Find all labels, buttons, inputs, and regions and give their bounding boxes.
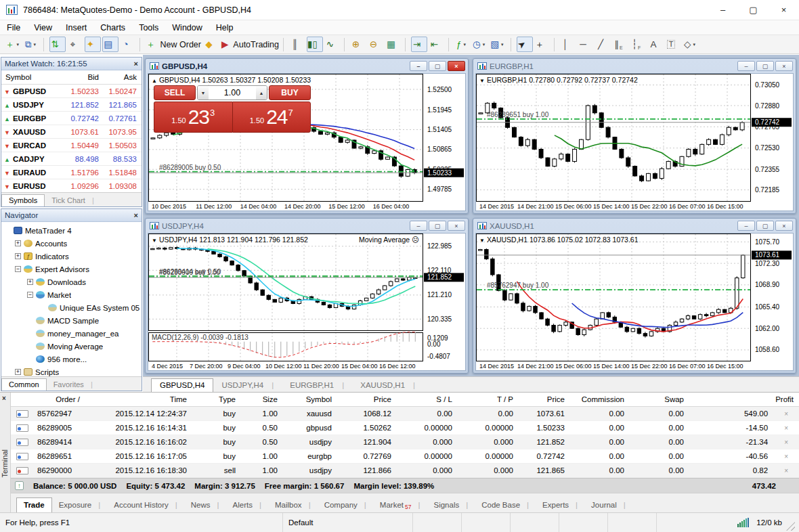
- data-window-icon[interactable]: ⌖: [67, 37, 83, 52]
- chart-info-line[interactable]: ▼USDJPY,H4 121.813 121.904 121.796 121.8…: [152, 236, 308, 244]
- buy-button[interactable]: BUY: [269, 85, 311, 100]
- orders-column-header[interactable]: Type: [192, 395, 241, 403]
- navigator-tree-item[interactable]: MACD Sample: [1, 314, 142, 327]
- periods-icon[interactable]: ◷ ▾: [472, 37, 488, 52]
- navigator-tree-item[interactable]: Moving Average: [1, 340, 142, 353]
- volume-increase-icon[interactable]: ▲: [256, 86, 267, 99]
- cursor-icon[interactable]: ➤: [517, 37, 533, 52]
- sep5[interactable]: [405, 38, 408, 51]
- orders-column-header[interactable]: Order /: [11, 395, 85, 403]
- close-order-icon[interactable]: ×: [779, 410, 794, 418]
- terminal-tab[interactable]: Experts: [536, 498, 584, 513]
- chart-minimize-button[interactable]: –: [410, 221, 427, 231]
- terminal-tab[interactable]: News: [184, 498, 226, 513]
- terminal-tab[interactable]: Trade: [16, 497, 52, 513]
- sep8[interactable]: [554, 38, 557, 51]
- new-order-icon[interactable]: ＋ New Order: [146, 37, 202, 52]
- order-row[interactable]: 86290000 2015.12.16 16:18:30 sell 1.00 u…: [11, 464, 799, 478]
- eurgbp-chart[interactable]: 0.730500.728800.727050.725300.723550.721…: [476, 74, 793, 210]
- terminal-tab[interactable]: Signals: [427, 498, 475, 513]
- terminal-tab[interactable]: Exposure: [52, 498, 108, 513]
- navigator-tree-item[interactable]: money_manager_ea: [1, 327, 142, 340]
- chart-info-line[interactable]: ▼EURGBP,H1 0.72780 0.72792 0.72737 0.727…: [479, 76, 638, 84]
- text-icon[interactable]: A: [648, 37, 664, 52]
- tree-expander-icon[interactable]: [15, 253, 21, 259]
- chart-close-button[interactable]: ×: [775, 61, 793, 71]
- chart-close-button[interactable]: ×: [775, 221, 793, 231]
- candlestick-icon[interactable]: ▮▯: [307, 37, 323, 52]
- trendline-icon[interactable]: ╱: [595, 37, 611, 52]
- menu-item[interactable]: Insert: [59, 23, 93, 32]
- navigator-tree-item[interactable]: MetaTrader 4: [1, 224, 142, 237]
- tree-expander-icon[interactable]: [15, 240, 21, 246]
- sep2[interactable]: [139, 38, 142, 51]
- metaeditor-icon[interactable]: ◆: [203, 37, 219, 52]
- market-watch-row[interactable]: EURGBP 0.72742 0.72761: [1, 112, 142, 125]
- terminal-tab[interactable]: Journal: [584, 498, 632, 513]
- line-chart-icon[interactable]: ∿: [324, 37, 341, 52]
- navigator-tree-item[interactable]: Expert Advisors: [1, 263, 142, 275]
- terminal-icon[interactable]: ▤: [102, 37, 118, 52]
- tree-expander-icon[interactable]: [27, 279, 33, 285]
- chart-info-line[interactable]: ▲GBPUSD,H4 1.50263 1.50327 1.50208 1.502…: [152, 76, 311, 84]
- market-watch-row[interactable]: EURCAD 1.50449 1.50503: [1, 139, 142, 152]
- order-row[interactable]: 86289414 2015.12.16 16:16:02 buy 0.50 us…: [11, 435, 799, 449]
- tile-windows-icon[interactable]: ▦: [385, 37, 402, 52]
- status-profile[interactable]: Default: [283, 513, 413, 532]
- navigator-tree-item[interactable]: Accounts: [1, 237, 142, 250]
- terminal-tab[interactable]: Market57: [373, 498, 427, 513]
- window-close-button[interactable]: ×: [769, 0, 799, 20]
- chart-tab[interactable]: XAUUSD,H1: [352, 379, 423, 392]
- one-click-collapse-icon[interactable]: ▲: [152, 78, 157, 84]
- terminal-tab[interactable]: Mailbox: [268, 498, 318, 513]
- close-order-icon[interactable]: ×: [779, 453, 794, 460]
- arrows-icon[interactable]: ◇ ▾: [683, 37, 699, 52]
- navigator-icon[interactable]: ✦: [85, 37, 101, 52]
- chart-close-button[interactable]: ×: [448, 221, 465, 231]
- new-chart-icon[interactable]: ＋ ▾: [5, 37, 22, 52]
- chart-shift-icon[interactable]: ⇤: [429, 37, 445, 52]
- orders-column-header[interactable]: Swap: [630, 395, 689, 403]
- orders-column-header[interactable]: Time: [85, 395, 192, 403]
- terminal-close-icon[interactable]: ×: [2, 395, 6, 402]
- navigator-tree-item[interactable]: Unique EAs System 05: [1, 301, 142, 314]
- terminal-tab[interactable]: Code Base: [475, 498, 536, 513]
- equidistant-channel-icon[interactable]: ∥ E: [613, 37, 629, 52]
- chart-tab[interactable]: USDJPY,H4: [213, 379, 282, 392]
- chart-tab[interactable]: EURGBP,H1: [282, 379, 352, 392]
- chart-info-line[interactable]: ▼XAUUSD,H1 1073.86 1075.02 1072.83 1073.…: [479, 236, 639, 244]
- sep4[interactable]: [344, 38, 347, 51]
- menu-item[interactable]: Charts: [93, 23, 132, 32]
- navigator-tree-item[interactable]: 956 more...: [1, 353, 142, 365]
- market-watch-row[interactable]: EURUSD 1.09296 1.09308: [1, 179, 142, 193]
- resize-grip[interactable]: [786, 522, 795, 531]
- horizontal-line-icon[interactable]: ─: [578, 37, 594, 52]
- menu-item[interactable]: Tools: [132, 23, 165, 32]
- terminal-tab[interactable]: Alerts: [226, 498, 268, 513]
- vertical-line-icon[interactable]: │: [560, 37, 576, 52]
- profiles-icon[interactable]: ⧉ ▾: [24, 37, 40, 52]
- tree-expander-icon[interactable]: [27, 292, 33, 298]
- chart-window-titlebar[interactable]: EURGBP,H1 – ▢ ×: [473, 59, 796, 73]
- navigator-tab[interactable]: Favorites: [47, 379, 100, 391]
- orders-column-header[interactable]: T / P: [458, 395, 519, 403]
- chart-maximize-button[interactable]: ▢: [756, 61, 774, 71]
- market-watch-row[interactable]: USDJPY 121.852 121.865: [1, 98, 142, 112]
- usdjpy-chart[interactable]: 122.985122.110121.210120.335#86289414 bu…: [148, 234, 465, 370]
- one-click-collapse-icon[interactable]: ▼: [152, 238, 157, 244]
- market-watch-tab[interactable]: Symbols: [1, 194, 45, 206]
- terminal-tab[interactable]: Account History: [107, 498, 184, 513]
- close-order-icon[interactable]: ×: [779, 424, 794, 432]
- auto-scroll-icon[interactable]: ⇥: [411, 37, 427, 52]
- orders-column-header[interactable]: S / L: [397, 395, 458, 403]
- text-label-icon[interactable]: T: [666, 37, 682, 52]
- navigator-tree-item[interactable]: Downloads: [1, 275, 142, 288]
- chart-minimize-button[interactable]: –: [410, 61, 427, 71]
- orders-column-header[interactable]: Price: [337, 395, 397, 403]
- templates-icon[interactable]: ▧ ▾: [490, 37, 506, 52]
- window-maximize-button[interactable]: ▢: [738, 0, 769, 20]
- chart-window-titlebar[interactable]: XAUUSD,H1 – ▢ ×: [473, 219, 796, 233]
- volume-decrease-icon[interactable]: ▼: [198, 86, 209, 99]
- order-row[interactable]: 86289651 2015.12.16 16:17:05 buy 1.00 eu…: [11, 449, 799, 464]
- navigator-tree-item[interactable]: Market: [1, 288, 142, 301]
